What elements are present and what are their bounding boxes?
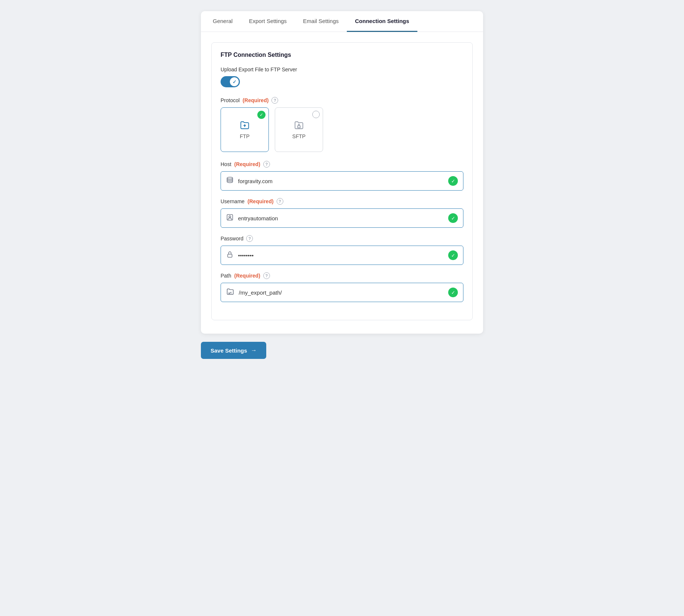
upload-toggle-group: Upload Export File to FTP Server ✓ [221, 67, 463, 89]
username-input-wrapper: ✓ [221, 208, 463, 228]
path-help-icon[interactable]: ? [263, 272, 270, 279]
host-input[interactable] [238, 178, 444, 184]
svg-point-1 [227, 177, 233, 179]
protocol-row: ✓ FTP [221, 107, 463, 152]
path-folder-icon [226, 288, 234, 298]
protocol-group: Protocol (Required) ? ✓ FTP [221, 97, 463, 152]
protocol-sftp-card[interactable]: SFTP [275, 107, 323, 152]
toggle-knob: ✓ [230, 77, 239, 86]
tab-bar: General Export Settings Email Settings C… [201, 11, 483, 32]
password-input-wrapper: ✓ [221, 246, 463, 265]
path-input[interactable] [239, 289, 444, 296]
username-group: Username (Required) ? ✓ [221, 198, 463, 228]
host-valid-icon: ✓ [448, 176, 458, 186]
username-person-icon [226, 214, 234, 223]
username-valid-icon: ✓ [448, 213, 458, 223]
section-title: FTP Connection Settings [221, 52, 463, 58]
svg-rect-0 [298, 126, 300, 128]
password-input[interactable] [238, 252, 444, 259]
protocol-label: Protocol (Required) ? [221, 97, 463, 104]
footer: Save Settings → [201, 334, 483, 363]
path-input-wrapper: ✓ [221, 283, 463, 302]
password-lock-icon [226, 251, 234, 260]
password-valid-icon: ✓ [448, 250, 458, 260]
host-help-icon[interactable]: ? [263, 161, 270, 168]
password-help-icon[interactable]: ? [246, 235, 253, 242]
host-db-icon [226, 176, 234, 186]
path-group: Path (Required) ? ✓ [221, 272, 463, 302]
tab-general[interactable]: General [205, 11, 241, 32]
tab-export-settings[interactable]: Export Settings [241, 11, 295, 32]
sftp-radio [312, 111, 320, 118]
username-input[interactable] [238, 215, 444, 221]
host-label: Host (Required) ? [221, 161, 463, 168]
protocol-help-icon[interactable]: ? [271, 97, 278, 104]
svg-rect-4 [228, 254, 232, 257]
main-card: General Export Settings Email Settings C… [201, 11, 483, 334]
ftp-label: FTP [240, 133, 250, 139]
toggle-check-icon: ✓ [232, 79, 237, 85]
protocol-ftp-card[interactable]: ✓ FTP [221, 107, 269, 152]
svg-point-3 [229, 215, 231, 217]
ftp-icon [240, 120, 250, 130]
username-help-icon[interactable]: ? [277, 198, 283, 205]
ftp-selected-check: ✓ [257, 111, 266, 119]
password-label: Password ? [221, 235, 463, 242]
tab-email-settings[interactable]: Email Settings [295, 11, 347, 32]
sftp-label: SFTP [292, 133, 306, 139]
ftp-section-card: FTP Connection Settings Upload Export Fi… [211, 42, 473, 320]
sftp-icon [294, 120, 304, 130]
username-label: Username (Required) ? [221, 198, 463, 205]
tab-connection-settings[interactable]: Connection Settings [347, 11, 417, 32]
upload-label: Upload Export File to FTP Server [221, 67, 463, 72]
save-button[interactable]: Save Settings → [201, 342, 266, 359]
password-group: Password ? ✓ [221, 235, 463, 265]
path-label: Path (Required) ? [221, 272, 463, 279]
upload-toggle[interactable]: ✓ [221, 76, 240, 87]
save-arrow-icon: → [251, 347, 257, 354]
host-input-wrapper: ✓ [221, 171, 463, 191]
path-valid-icon: ✓ [448, 288, 458, 297]
host-group: Host (Required) ? ✓ [221, 161, 463, 191]
tab-content: FTP Connection Settings Upload Export Fi… [201, 32, 483, 334]
